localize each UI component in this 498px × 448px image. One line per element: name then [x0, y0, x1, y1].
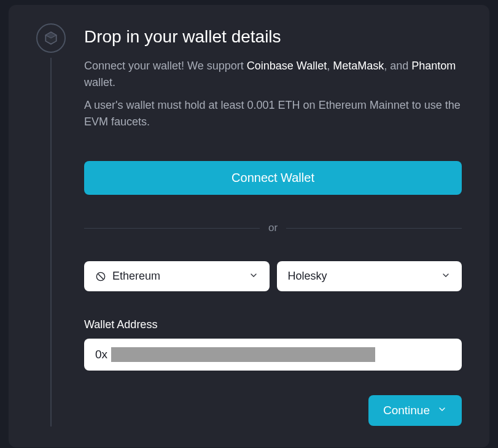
requirement-text: A user's wallet must hold at least 0.001… [84, 97, 462, 130]
wallet-metamask-label: MetaMask [333, 60, 384, 72]
network-selected-label: Holesky [288, 270, 327, 283]
wallet-step-icon [36, 23, 66, 53]
chevron-down-icon [249, 270, 259, 283]
continue-button[interactable]: Continue [368, 395, 462, 426]
: Wallet Address [84, 318, 462, 331]
network-select[interactable]: Holesky [277, 261, 462, 291]
svg-line-1 [98, 274, 103, 279]
step-indicator [36, 23, 66, 426]
connect-wallet-button[interactable]: Connect Wallet [84, 161, 462, 195]
address-redacted-value [111, 347, 375, 362]
page-title: Drop in your wallet details [84, 27, 462, 47]
blockchain-select[interactable]: Ethereum [84, 261, 270, 291]
or-divider: or [84, 222, 462, 234]
wallet-phantom-label: Phantom [411, 60, 456, 72]
wallet-address-input[interactable]: 0x [84, 339, 462, 371]
continue-button-label: Continue [383, 404, 430, 417]
chevron-down-icon [437, 404, 447, 417]
blockchain-selected-label: Ethereum [112, 270, 160, 283]
divider-label: or [268, 222, 278, 234]
step-connector-line [50, 58, 52, 426]
ethereum-icon [95, 271, 106, 282]
address-prefix: 0x [95, 348, 107, 361]
chevron-down-icon [441, 270, 451, 283]
wallet-coinbase-label: Coinbase Wallet [247, 60, 327, 72]
wallet-step-panel: Drop in your wallet details Connect your… [9, 5, 489, 447]
wallet-support-description: Connect your wallet! We support Coinbase… [84, 58, 462, 91]
